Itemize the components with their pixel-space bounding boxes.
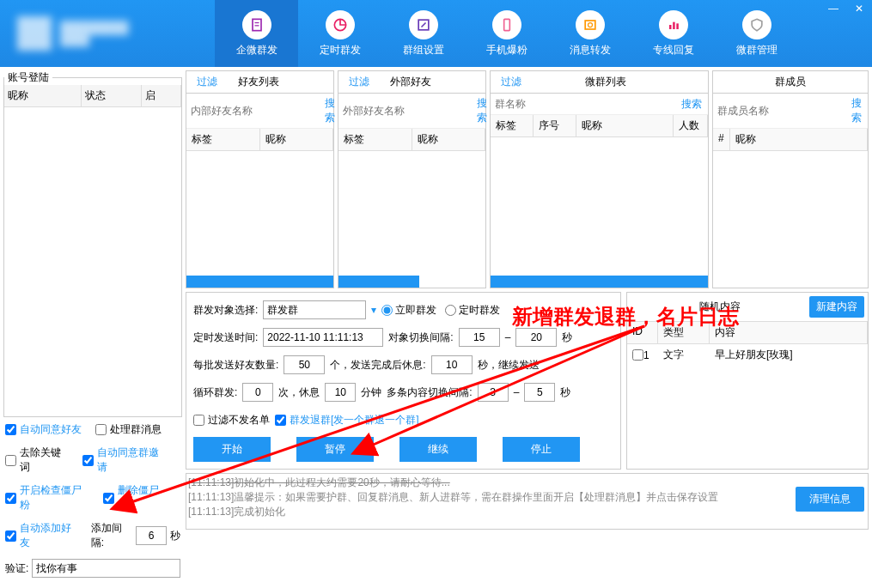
- cb-enable-zombie-check[interactable]: 开启检查僵尸粉: [5, 483, 89, 512]
- tab-group-member[interactable]: 群成员: [765, 71, 816, 93]
- clear-log-button[interactable]: 清理信息: [796, 487, 864, 512]
- stop-button[interactable]: 停止: [503, 437, 580, 462]
- tab-filter-group[interactable]: 过滤: [491, 71, 532, 93]
- friend-list-body[interactable]: [186, 151, 333, 288]
- radio-send-now[interactable]: 立即群发: [381, 303, 436, 318]
- switch-max-input[interactable]: [515, 328, 557, 347]
- tab-external-friend[interactable]: 外部好友: [380, 71, 442, 93]
- target-select[interactable]: [263, 300, 366, 319]
- new-content-button[interactable]: 新建内容: [809, 296, 864, 318]
- svg-point-7: [588, 22, 592, 27]
- switch-min-input[interactable]: [459, 328, 500, 347]
- pie-icon: [326, 10, 355, 39]
- nav-dedicated-reply[interactable]: 专线回复: [631, 0, 715, 67]
- nav-msg-forward[interactable]: 消息转发: [548, 0, 631, 67]
- account-login-panel: 账号登陆 昵称 状态 启: [3, 70, 182, 417]
- pause-button[interactable]: 暂停: [296, 437, 374, 462]
- col-nickname: 昵称: [4, 85, 82, 106]
- log-area: [11:11:13]初始化中，此过程大约需要20秒，请耐心等待... [11:1…: [186, 473, 869, 530]
- content-row-checkbox[interactable]: [632, 349, 643, 361]
- document-icon: [242, 10, 271, 39]
- radio-send-timed[interactable]: 定时群发: [445, 303, 500, 318]
- tab-filter[interactable]: 过滤: [186, 71, 228, 93]
- content-row[interactable]: 1 文字 早上好朋友[玫瑰]: [627, 344, 868, 366]
- add-interval-input[interactable]: [136, 526, 167, 545]
- svg-rect-5: [503, 19, 509, 30]
- nav-phone-fans[interactable]: 手机爆粉: [465, 0, 548, 67]
- loop-count-input[interactable]: [242, 383, 273, 402]
- shield-icon: [742, 10, 771, 39]
- minimize-button[interactable]: —: [820, 0, 846, 17]
- random-content-panel: 随机内容 新建内容 ID 类型 内容 1 文字 早上好朋友[玫瑰]: [626, 292, 869, 470]
- chart-icon: [659, 10, 688, 39]
- group-search-input[interactable]: [493, 96, 678, 112]
- svg-rect-6: [585, 21, 595, 29]
- external-search-button[interactable]: 搜索: [473, 96, 491, 125]
- edit-icon: [409, 10, 438, 39]
- svg-rect-10: [676, 23, 679, 29]
- member-list-body[interactable]: [713, 151, 868, 288]
- content-table-body[interactable]: 1 文字 早上好朋友[玫瑰]: [627, 344, 868, 469]
- loop-rest-input[interactable]: [325, 383, 356, 402]
- group-search-button[interactable]: 搜索: [678, 97, 705, 112]
- external-friend-panel: 过滤 外部好友 搜索 标签 昵称: [338, 70, 486, 288]
- nav-timed-send[interactable]: 定时群发: [298, 0, 381, 67]
- cb-remove-keyword[interactable]: 去除关键词: [5, 446, 69, 475]
- phone-icon: [492, 10, 521, 39]
- logo-area: ████████████: [0, 0, 215, 67]
- nav-enterprise-send[interactable]: 企微群发: [215, 0, 298, 67]
- col-status: 状态: [82, 85, 142, 106]
- batch-count-input[interactable]: [284, 355, 325, 374]
- friend-list-panel: 过滤 好友列表 搜索 标签 昵称: [186, 70, 334, 288]
- account-login-title: 账号登陆: [4, 70, 52, 85]
- member-search-input[interactable]: [716, 103, 848, 118]
- tab-group-list[interactable]: 微群列表: [575, 71, 637, 93]
- cb-leave-group[interactable]: 群发退群[发一个群退一个群]: [275, 413, 419, 427]
- start-button[interactable]: 开始: [193, 437, 271, 462]
- safe-icon: [576, 10, 605, 39]
- cb-auto-add[interactable]: 自动添加好友: [5, 521, 77, 550]
- svg-rect-8: [669, 25, 672, 29]
- group-list-body[interactable]: [491, 137, 708, 288]
- account-table-body[interactable]: [4, 107, 181, 416]
- group-list-panel: 过滤 微群列表 搜索 标签 序号 昵称 人数: [490, 70, 709, 288]
- schedule-datetime-input[interactable]: [263, 328, 383, 347]
- send-settings: 群发对象选择: ▾ 立即群发 定时群发 定时发送时间: 对象切换间隔: – 秒: [186, 292, 621, 470]
- cb-delete-zombie[interactable]: 删除僵尸粉: [103, 483, 167, 512]
- multi-max-input[interactable]: [524, 383, 555, 402]
- external-search-input[interactable]: [341, 103, 473, 118]
- header: ████████████ 企微群发 定时群发 群组设置 手机爆粉 消息转发 专线…: [0, 0, 872, 67]
- batch-rest-input[interactable]: [431, 355, 473, 374]
- nav-group-settings[interactable]: 群组设置: [381, 0, 465, 67]
- tab-filter-ext[interactable]: 过滤: [338, 71, 380, 93]
- continue-button[interactable]: 继续: [399, 437, 477, 462]
- window-controls: — ✕: [820, 0, 872, 17]
- cb-process-group-msg[interactable]: 处理群消息: [95, 422, 162, 437]
- tab-friend-list[interactable]: 好友列表: [228, 71, 290, 93]
- external-list-body[interactable]: [338, 151, 485, 288]
- friend-search-input[interactable]: [189, 103, 321, 118]
- col-extra: 启: [142, 85, 181, 106]
- multi-min-input[interactable]: [478, 383, 509, 402]
- friend-search-button[interactable]: 搜索: [321, 96, 338, 125]
- member-search-button[interactable]: 搜索: [848, 96, 865, 125]
- cb-auto-agree-group-invite[interactable]: 自动同意群邀请: [82, 446, 167, 475]
- close-button[interactable]: ✕: [846, 0, 872, 17]
- verify-input[interactable]: [32, 559, 180, 578]
- cb-auto-agree-friend[interactable]: 自动同意好友: [5, 422, 82, 437]
- svg-rect-0: [253, 19, 261, 30]
- cb-filter-no-send[interactable]: 过滤不发名单: [193, 413, 270, 427]
- nav-group-manage[interactable]: 微群管理: [715, 0, 798, 67]
- svg-rect-9: [673, 21, 675, 28]
- group-member-panel: 群成员 搜索 # 昵称: [712, 70, 869, 288]
- target-dropdown-icon[interactable]: ▾: [371, 304, 376, 316]
- nav: 企微群发 定时群发 群组设置 手机爆粉 消息转发 专线回复 微群管理: [215, 0, 798, 67]
